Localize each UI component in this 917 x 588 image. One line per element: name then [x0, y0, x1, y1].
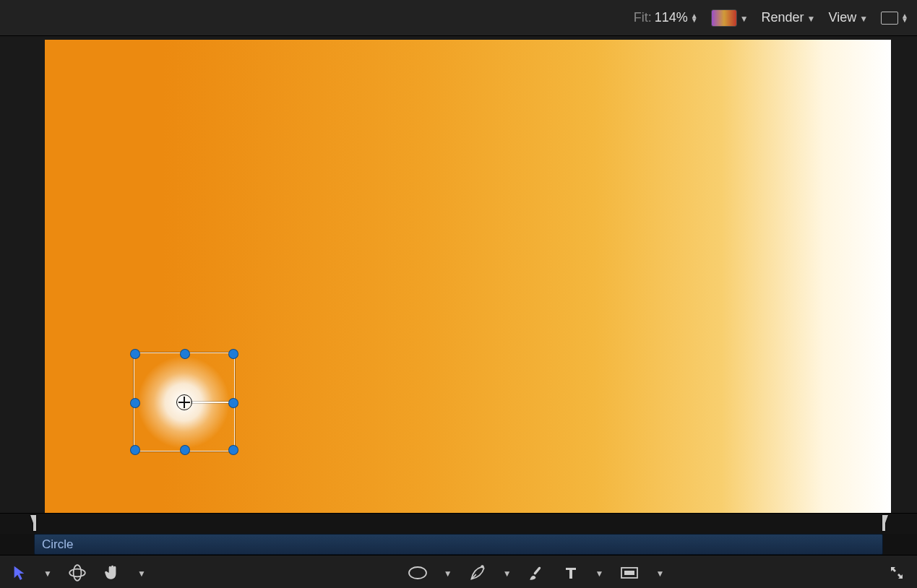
out-point-marker[interactable]	[882, 515, 888, 531]
viewer-top-toolbar: Fit: 114% ▲▼ ▼ Render ▼ View ▼ ▲▼	[0, 0, 917, 36]
select-tool-dropdown[interactable]: ▼	[39, 561, 56, 584]
resize-handle-top-left[interactable]	[130, 349, 140, 359]
select-arrow-icon	[12, 565, 27, 581]
pan-tool-dropdown[interactable]: ▼	[133, 561, 150, 584]
zoom-value: 114%	[655, 10, 688, 25]
paint-stroke-tool-button[interactable]	[523, 561, 551, 584]
canvas-viewer[interactable]	[0, 36, 917, 513]
svg-point-3	[481, 565, 483, 568]
pan-tool-button[interactable]	[98, 561, 126, 584]
layout-dropdown[interactable]: ▲▼	[881, 12, 908, 25]
chevron-down-icon: ▼	[740, 14, 749, 24]
render-dropdown[interactable]: Render ▼	[762, 10, 816, 25]
stepper-icon: ▲▼	[901, 14, 908, 22]
orbit-icon	[68, 563, 87, 582]
in-point-marker[interactable]	[30, 515, 36, 531]
3d-orbit-tool-button[interactable]	[64, 561, 91, 584]
chevron-down-icon: ▼	[655, 568, 664, 579]
resize-handle-bottom-middle[interactable]	[180, 445, 190, 455]
chevron-down-icon: ▼	[43, 568, 52, 579]
selection-bounding-box[interactable]	[134, 353, 235, 451]
track-label: Circle	[42, 537, 73, 552]
text-tool-dropdown[interactable]: ▼	[591, 561, 608, 584]
mask-tool-button[interactable]	[615, 561, 644, 584]
mini-timeline[interactable]: Circle	[0, 513, 917, 555]
render-label: Render	[762, 10, 804, 25]
rotation-handle-line[interactable]	[191, 402, 230, 403]
chevron-down-icon: ▼	[503, 568, 512, 579]
chevron-down-icon: ▼	[859, 14, 868, 24]
hand-icon	[103, 563, 121, 582]
brush-icon	[528, 563, 546, 582]
timeline-ruler[interactable]	[0, 514, 917, 534]
resize-handle-top-middle[interactable]	[180, 349, 190, 359]
rectangle-mask-icon	[619, 565, 640, 581]
zoom-fit-control[interactable]: Fit: 114% ▲▼	[634, 10, 698, 25]
chevron-down-icon: ▼	[444, 568, 452, 579]
anchor-point-icon[interactable]	[176, 394, 192, 410]
svg-rect-7	[624, 571, 634, 575]
resize-handle-middle-left[interactable]	[130, 398, 140, 408]
chevron-down-icon: ▼	[137, 568, 146, 579]
shape-tool-dropdown[interactable]: ▼	[439, 561, 457, 584]
chevron-down-icon: ▼	[595, 568, 604, 579]
canvas-bottom-toolbar: ▼ ▼ ▼ ▼	[0, 555, 917, 588]
select-tool-button[interactable]	[7, 561, 32, 584]
pen-tool-dropdown[interactable]: ▼	[499, 561, 516, 584]
resize-handle-bottom-right[interactable]	[228, 445, 238, 455]
fullscreen-button[interactable]	[884, 561, 910, 584]
text-tool-button[interactable]	[558, 561, 584, 584]
svg-point-0	[69, 568, 85, 576]
pen-tool-button[interactable]	[464, 561, 491, 584]
resize-handle-top-right[interactable]	[228, 349, 238, 359]
svg-point-2	[409, 567, 426, 579]
svg-point-1	[73, 565, 81, 581]
view-label: View	[829, 10, 857, 25]
shape-tool-button[interactable]	[403, 561, 432, 584]
color-channels-dropdown[interactable]: ▼	[711, 9, 749, 27]
timeline-track-bar[interactable]: Circle	[34, 534, 883, 555]
fit-label: Fit:	[634, 10, 652, 25]
pen-icon	[468, 563, 487, 582]
view-dropdown[interactable]: View ▼	[829, 10, 869, 25]
text-icon	[562, 564, 580, 581]
resize-handle-middle-right[interactable]	[228, 398, 238, 408]
fullscreen-icon	[888, 564, 905, 581]
color-swatch-icon	[711, 9, 737, 27]
resize-handle-bottom-left[interactable]	[130, 445, 140, 455]
chevron-down-icon: ▼	[807, 14, 816, 24]
mask-tool-dropdown[interactable]: ▼	[651, 561, 668, 584]
ellipse-icon	[408, 565, 428, 581]
layout-icon	[881, 12, 898, 25]
stepper-icon: ▲▼	[691, 14, 698, 22]
svg-rect-5	[533, 566, 541, 575]
